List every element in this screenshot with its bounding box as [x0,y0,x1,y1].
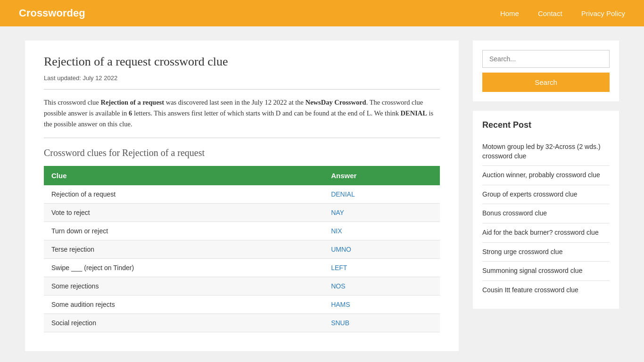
main-nav: Home Contact Privacy Policy [500,9,625,17]
table-row: Social rejectionSNUB [44,313,440,332]
nav-home[interactable]: Home [500,9,519,17]
table-header-row: Clue Answer [44,166,440,185]
recent-post-item[interactable]: Group of experts crossword clue [482,185,610,205]
clue-cell: Terse rejection [44,240,323,258]
page-wrapper: Rejection of a request crossword clue La… [16,26,628,362]
table-row: Some rejectionsNOS [44,277,440,295]
clues-section-title: Crossword clues for Rejection of a reque… [44,148,440,158]
search-input[interactable] [482,50,610,68]
site-title[interactable]: Crosswordeg [19,7,85,19]
divider-top [44,89,440,90]
search-button[interactable]: Search [482,73,610,92]
answer-cell[interactable]: HAMS [323,295,440,313]
table-row: Some audition rejectsHAMS [44,295,440,313]
clue-cell: Rejection of a request [44,185,323,204]
clue-cell: Some rejections [44,277,323,295]
clues-table: Clue Answer Rejection of a requestDENIAL… [44,166,440,332]
table-row: Terse rejectionUMNO [44,240,440,258]
recent-post-item[interactable]: Cousin Itt feature crossword clue [482,281,610,300]
answer-cell[interactable]: NAY [323,203,440,222]
recent-post-item[interactable]: Strong urge crossword clue [482,243,610,262]
clue-cell: Turn down or reject [44,222,323,240]
recent-post-item[interactable]: Aid for the back burner? crossword clue [482,223,610,243]
col-answer: Answer [323,166,440,185]
answer-cell[interactable]: LEFT [323,258,440,277]
divider-mid [44,138,440,138]
recent-post-item[interactable]: Auction winner, probably crossword clue [482,166,610,185]
answer-cell[interactable]: SNUB [323,313,440,332]
clue-cell: Some audition rejects [44,295,323,313]
table-row: Vote to rejectNAY [44,203,440,222]
answer-cell[interactable]: NIX [323,222,440,240]
table-row: Turn down or rejectNIX [44,222,440,240]
clue-cell: Swipe ___ (reject on Tinder) [44,258,323,277]
col-clue: Clue [44,166,323,185]
recent-post-item[interactable]: Summoning signal crossword clue [482,262,610,281]
clues-tbody: Rejection of a requestDENIALVote to reje… [44,185,440,332]
nav-contact[interactable]: Contact [538,9,562,17]
recent-post-item[interactable]: Motown group led by 32-Across (2 wds.) c… [482,138,610,166]
recent-posts-list: Motown group led by 32-Across (2 wds.) c… [482,138,610,299]
clue-cell: Social rejection [44,313,323,332]
sidebar: Search Recent Post Motown group led by 3… [473,41,619,351]
answer-cell[interactable]: UMNO [323,240,440,258]
recent-posts-title: Recent Post [482,120,610,130]
header: Crosswordeg Home Contact Privacy Policy [0,0,644,26]
main-content: Rejection of a request crossword clue La… [25,41,459,351]
search-widget: Search [473,41,619,101]
table-row: Rejection of a requestDENIAL [44,185,440,204]
answer-cell[interactable]: DENIAL [323,185,440,204]
clue-cell: Vote to reject [44,203,323,222]
article-title: Rejection of a request crossword clue [44,55,440,69]
answer-cell[interactable]: NOS [323,277,440,295]
last-updated: Last updated: July 12 2022 [44,74,440,82]
article-body: This crossword clue Rejection of a reque… [44,97,440,130]
nav-privacy[interactable]: Privacy Policy [581,9,625,17]
recent-post-item[interactable]: Bonus crossword clue [482,204,610,223]
table-row: Swipe ___ (reject on Tinder)LEFT [44,258,440,277]
recent-posts-widget: Recent Post Motown group led by 32-Acros… [473,111,619,309]
